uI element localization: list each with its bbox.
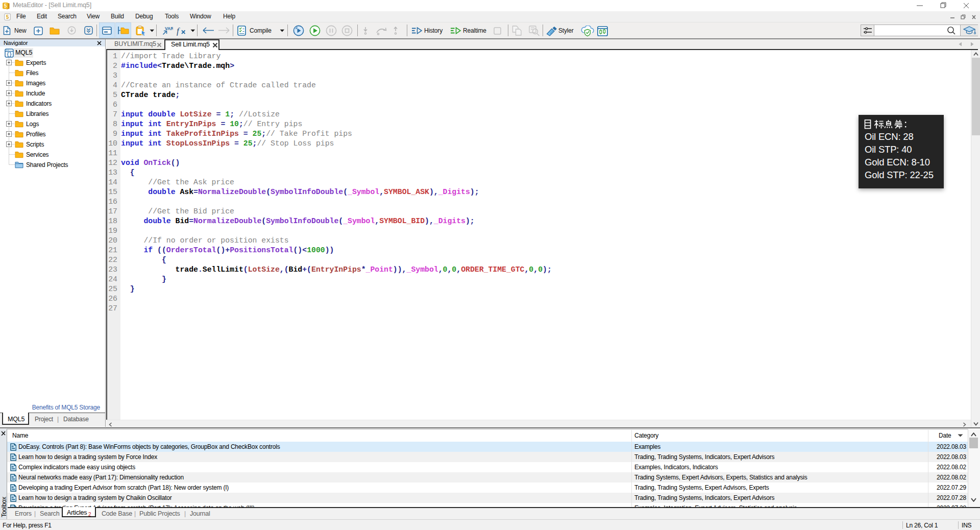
svg-text:f: f: [177, 26, 180, 36]
svg-text:{}: {}: [7, 52, 12, 57]
svg-text:5: 5: [6, 14, 9, 20]
svg-text:VAR: VAR: [165, 26, 173, 31]
svg-text:5: 5: [4, 3, 7, 9]
